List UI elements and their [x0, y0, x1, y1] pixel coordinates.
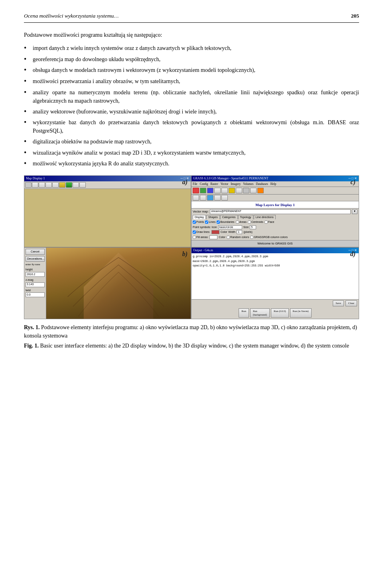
menu-imagery[interactable]: Imagery — [231, 182, 241, 186]
z-exag-input[interactable]: 3.143 — [26, 282, 45, 287]
panel-a-titlebar: Map Display 1 ─ □ ✕ — [24, 176, 191, 181]
toolbar-btn-4[interactable] — [45, 182, 52, 188]
areas-option[interactable]: Areas — [236, 220, 247, 224]
tab-display[interactable]: Display — [193, 215, 206, 220]
c-toolbar-btn-8[interactable] — [243, 188, 249, 193]
panel-b: Cancel Decorations... enter fly none hei… — [24, 248, 191, 319]
panel-a-toolbar — [24, 181, 191, 189]
panel-c-toolbar — [192, 187, 359, 195]
menu-config[interactable]: Config — [200, 182, 208, 186]
cancel-button[interactable]: Cancel — [26, 249, 45, 255]
decorations-button[interactable]: Decorations... — [26, 256, 45, 262]
bullet-item-7: •wykorzystanie baz danych do przetwarzan… — [24, 118, 359, 135]
bullet-dot-2: • — [24, 55, 31, 64]
c-toolbar-btn-2[interactable] — [200, 188, 206, 193]
draw-lines-color[interactable] — [211, 230, 219, 234]
twist-label: twist — [26, 288, 45, 292]
panel-b-sidebar: Cancel Decorations... enter fly none hei… — [24, 248, 46, 319]
c-toolbar-btn-4[interactable] — [214, 188, 221, 193]
point-symbols-value[interactable]: basic/circle — [218, 225, 242, 229]
draw-lines-check[interactable]: Draw lines: — [193, 230, 210, 234]
lines-option[interactable]: Lines — [205, 220, 215, 224]
height-label: height — [26, 268, 45, 272]
twist-input[interactable]: 0.0 — [26, 292, 45, 297]
clear-button[interactable]: Clear — [345, 300, 357, 306]
panel-d-title: Output - G4s.m — [193, 248, 213, 253]
bullet-dot-3: • — [24, 66, 31, 75]
bullet-item-1: •import danych z wielu innych systemów o… — [24, 44, 359, 53]
menu-volumes[interactable]: Volumes — [243, 182, 253, 186]
toolbar-btn-9[interactable] — [79, 182, 86, 188]
tab-line-directions[interactable]: Line directions — [254, 215, 276, 220]
menu-file[interactable]: File — [193, 182, 197, 186]
bullet-text-6: analizy wektorowe (buforowanie, wyszukiw… — [33, 107, 359, 116]
point-size-value[interactable]: 5 — [250, 225, 256, 229]
caption-rys: Rys. 1. Podstawowe elementy interfejsu p… — [24, 323, 359, 340]
save-button[interactable]: Save — [333, 300, 344, 306]
fly-option: fly none — [32, 263, 40, 266]
boundaries-option[interactable]: Boundaries — [217, 220, 234, 224]
run-gui-button[interactable]: Run (GUI) — [271, 308, 289, 318]
c-toolbar-btn-3[interactable] — [207, 188, 213, 193]
bullet-list: •import danych z wielu innych systemów o… — [24, 44, 359, 168]
bullet-dot-10: • — [24, 159, 31, 168]
c-toolbar-btn-6[interactable] — [229, 188, 235, 193]
panel-d: Output - G4s.m ─ □ ✕ g.prncomp in=2928.2… — [192, 248, 359, 319]
c-toolbar-btn-5[interactable] — [221, 188, 228, 193]
menu-raster[interactable]: Raster — [211, 182, 218, 186]
toolbar-btn-5[interactable] — [52, 182, 59, 188]
toolbar-btn-3[interactable] — [39, 182, 45, 188]
c-toolbar2-btn-5[interactable] — [221, 195, 228, 201]
c-toolbar2-btn-4[interactable] — [214, 195, 221, 201]
run-button[interactable]: Run — [239, 308, 249, 318]
height-input[interactable]: 2816.2 — [26, 272, 45, 277]
panel-d-titlebar: Output - G4s.m ─ □ ✕ — [192, 248, 359, 253]
toolbar-btn-1[interactable] — [25, 182, 32, 188]
c-toolbar-btn-10[interactable] — [257, 188, 264, 193]
panel-c-toolbar2 — [192, 195, 359, 201]
toolbar-btn-2[interactable] — [32, 182, 38, 188]
menu-databases[interactable]: Databases — [256, 182, 268, 186]
toolbar-btn-6[interactable] — [59, 182, 65, 188]
fill-areas-check[interactable]: Fill areas: — [193, 235, 208, 240]
run-background-button[interactable]: Run(background) — [250, 308, 270, 318]
figure-container: Map Display 1 ─ □ ✕ — [24, 175, 359, 319]
centroids-option[interactable]: Centroids — [248, 220, 263, 224]
tab-categories[interactable]: Categories — [220, 215, 238, 220]
tab-shapes[interactable]: Shapes — [206, 215, 220, 220]
bullet-item-2: •georeferencja map do dowolnego układu w… — [24, 55, 359, 64]
console-output: g.prncomp in=2928.2.ppm,2928.4.ppm,2928.… — [192, 253, 359, 299]
caption-fig-label: Fig. 1. — [24, 343, 39, 349]
toolbar-btn-7[interactable] — [66, 182, 72, 188]
fill-areas-row: Fill areas: Color Random colors GRASSRGB… — [193, 235, 357, 240]
panel-a: Map Display 1 ─ □ ✕ — [24, 176, 191, 248]
vector-map-input[interactable]: streams@PERMANENT — [210, 209, 351, 214]
page-number: 205 — [351, 12, 359, 20]
bullet-text-10: możliwość wykorzystania języka R do anal… — [33, 159, 359, 168]
random-colors-check[interactable]: Random colors — [227, 235, 249, 240]
point-size-label: Size — [243, 225, 249, 230]
c-toolbar-btn-1[interactable] — [193, 188, 199, 193]
run-xterm-button[interactable]: Run (in Xterm) — [290, 308, 312, 318]
c-toolbar-btn-7[interactable] — [236, 188, 242, 193]
menu-vector[interactable]: Vector — [221, 182, 229, 186]
draw-lines-row: Draw lines: Color Width 1 (pixels) — [193, 230, 357, 234]
c-toolbar2-btn-3[interactable] — [207, 195, 213, 201]
tab-topology[interactable]: Topology — [238, 215, 253, 220]
vector-map-label: Vector map: — [193, 209, 209, 214]
grassrgb-check[interactable]: GRASSRGB column colors — [250, 235, 288, 240]
bullet-dot-9: • — [24, 149, 31, 157]
point-symbols-label: Point symbols: Icon — [193, 225, 217, 230]
face-option[interactable]: Face — [265, 220, 274, 224]
fill-areas-color[interactable] — [209, 235, 217, 239]
draw-lines-width-input[interactable]: 1 — [237, 230, 242, 234]
menu-help[interactable]: Help — [270, 182, 276, 186]
vector-map-dropdown[interactable]: ▼ — [352, 209, 357, 214]
geo-options-row: Points Lines Boundaries Areas Centroids … — [193, 220, 357, 224]
c-toolbar-btn-9[interactable] — [250, 188, 257, 193]
bullet-dot-1: • — [24, 44, 31, 53]
c-toolbar2-btn-2[interactable] — [200, 195, 206, 201]
c-toolbar2-btn-1[interactable] — [193, 195, 199, 201]
toolbar-btn-8[interactable] — [73, 182, 79, 188]
points-option[interactable]: Points — [193, 220, 204, 224]
